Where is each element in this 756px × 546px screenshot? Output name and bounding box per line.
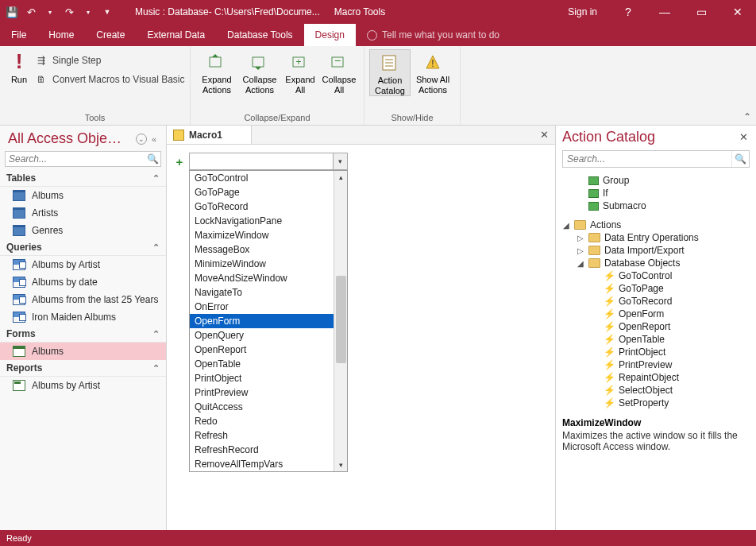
- redo-more-icon[interactable]: ▾: [81, 5, 95, 19]
- dropdown-item[interactable]: OnError: [190, 300, 334, 314]
- dropdown-item[interactable]: RefreshRecord: [190, 443, 334, 457]
- tree-database-objects[interactable]: ◢Database Objects: [562, 257, 750, 269]
- nav-item[interactable]: Albums: [0, 187, 166, 204]
- nav-collapse-icon[interactable]: «: [147, 134, 160, 144]
- dropdown-item[interactable]: GoToRecord: [190, 199, 334, 214]
- dropdown-item[interactable]: OpenReport: [190, 343, 334, 357]
- undo-icon[interactable]: ↶: [24, 5, 38, 19]
- tree-action-group[interactable]: ▷Data Entry Operations: [577, 231, 750, 244]
- nav-cat-queries[interactable]: Queries⌃: [0, 239, 166, 256]
- redo-icon[interactable]: ↷: [62, 5, 76, 19]
- tree-action[interactable]: ⚡PrintObject: [604, 346, 750, 358]
- dropdown-item[interactable]: GoToPage: [190, 185, 334, 199]
- expand-actions-button[interactable]: Expand Actions: [195, 49, 238, 95]
- doc-tab-macro1[interactable]: Macro1: [167, 126, 252, 144]
- action-combo-input[interactable]: [190, 153, 333, 169]
- search-icon[interactable]: 🔍: [145, 153, 160, 165]
- nav-item[interactable]: Albums by Artist: [0, 377, 166, 394]
- nav-item[interactable]: Iron Maiden Albums: [0, 308, 166, 326]
- expand-all-button[interactable]: +Expand All: [281, 49, 319, 95]
- dropdown-item[interactable]: QuitAccess: [190, 400, 334, 414]
- tab-external-data[interactable]: External Data: [136, 24, 216, 46]
- nav-cat-forms[interactable]: Forms⌃: [0, 326, 166, 343]
- dropdown-item[interactable]: PrintPreview: [190, 385, 334, 400]
- tree-actions[interactable]: ◢Actions: [562, 219, 750, 231]
- dropdown-item[interactable]: MessageBox: [190, 242, 334, 257]
- tab-design[interactable]: Design: [304, 24, 356, 46]
- dropdown-item[interactable]: PrintObject: [190, 371, 334, 385]
- tab-file[interactable]: File: [0, 24, 37, 46]
- dropdown-item[interactable]: LockNavigationPane: [190, 214, 334, 228]
- collapse-actions-button[interactable]: Collapse Actions: [238, 49, 281, 95]
- tree-action[interactable]: ⚡RepaintObject: [604, 371, 750, 384]
- close-button[interactable]: ✕: [719, 0, 756, 24]
- dropdown-item[interactable]: Refresh: [190, 428, 334, 443]
- show-all-actions-button[interactable]: !Show All Actions: [411, 49, 455, 95]
- tree-action-group[interactable]: ▷Data Import/Export: [577, 244, 750, 257]
- tree-action[interactable]: ⚡SetProperty: [604, 397, 750, 409]
- scroll-up-icon[interactable]: ▴: [334, 171, 347, 184]
- dropdown-item[interactable]: OpenQuery: [190, 328, 334, 343]
- scroll-down-icon[interactable]: ▾: [334, 459, 347, 471]
- nav-item[interactable]: Genres: [0, 222, 166, 239]
- qat-customize-icon[interactable]: ▼: [100, 5, 114, 19]
- sign-in-link[interactable]: Sign in: [555, 6, 610, 17]
- dropdown-item[interactable]: Redo: [190, 414, 334, 428]
- nav-title[interactable]: All Access Obje…: [8, 130, 133, 147]
- dropdown-scrollbar[interactable]: ▴ ▾: [334, 171, 347, 471]
- tell-me[interactable]: Tell me what you want to do: [356, 24, 499, 46]
- undo-more-icon[interactable]: ▾: [43, 5, 57, 19]
- catalog-close-icon[interactable]: ✕: [738, 131, 750, 143]
- dropdown-item[interactable]: OpenTable: [190, 357, 334, 371]
- add-icon[interactable]: +: [175, 155, 184, 168]
- nav-search-input[interactable]: [6, 152, 145, 166]
- tree-flow-node[interactable]: Submacro: [577, 199, 750, 212]
- tree-action[interactable]: ⚡OpenTable: [604, 333, 750, 346]
- dropdown-item[interactable]: OpenForm: [190, 314, 334, 328]
- tab-create[interactable]: Create: [85, 24, 136, 46]
- tab-database-tools[interactable]: Database Tools: [216, 24, 304, 46]
- nav-item[interactable]: Albums by Artist: [0, 256, 166, 273]
- nav-cat-reports[interactable]: Reports⌃: [0, 360, 166, 377]
- dropdown-item[interactable]: MinimizeWindow: [190, 257, 334, 271]
- collapse-ribbon-icon[interactable]: ⌃: [743, 111, 751, 122]
- tab-home[interactable]: Home: [37, 24, 85, 46]
- nav-item[interactable]: Albums by date: [0, 273, 166, 291]
- run-button[interactable]: ! Run: [5, 49, 33, 85]
- doc-tab-close-icon[interactable]: ✕: [534, 129, 555, 141]
- catalog-search[interactable]: 🔍: [562, 150, 750, 168]
- nav-item[interactable]: Albums from the last 25 Years: [0, 291, 166, 308]
- dropdown-item[interactable]: GoToControl: [190, 171, 334, 185]
- tree-action[interactable]: ⚡GoToPage: [604, 282, 750, 295]
- dropdown-icon[interactable]: ▾: [333, 153, 347, 169]
- nav-item[interactable]: Artists: [0, 204, 166, 222]
- tree-flow-node[interactable]: If: [577, 187, 750, 199]
- maximize-button[interactable]: ▭: [683, 0, 719, 24]
- search-icon[interactable]: 🔍: [731, 151, 749, 167]
- scroll-thumb[interactable]: [336, 276, 346, 363]
- tree-action[interactable]: ⚡SelectObject: [604, 384, 750, 397]
- nav-search[interactable]: 🔍: [5, 151, 161, 167]
- tree-action[interactable]: ⚡PrintPreview: [604, 358, 750, 371]
- tree-flow-node[interactable]: Group: [577, 174, 750, 187]
- save-icon[interactable]: 💾: [5, 5, 19, 19]
- catalog-search-input[interactable]: [563, 151, 731, 167]
- minimize-button[interactable]: —: [646, 0, 683, 24]
- convert-macros-button[interactable]: 🗎 Convert Macros to Visual Basic: [33, 72, 185, 87]
- tree-action[interactable]: ⚡OpenForm: [604, 308, 750, 320]
- dropdown-item[interactable]: NavigateTo: [190, 285, 334, 300]
- tree-action[interactable]: ⚡OpenReport: [604, 320, 750, 333]
- single-step-button[interactable]: ⇶ Single Step: [33, 52, 185, 68]
- collapse-all-button[interactable]: −Collapse All: [319, 49, 359, 95]
- action-combo[interactable]: ▾: [189, 153, 348, 170]
- dropdown-item[interactable]: RemoveAllTempVars: [190, 457, 334, 471]
- tree-action[interactable]: ⚡GoToRecord: [604, 295, 750, 308]
- tree-action[interactable]: ⚡GoToControl: [604, 269, 750, 282]
- dropdown-item[interactable]: MaximizeWindow: [190, 228, 334, 242]
- action-catalog-button[interactable]: Action Catalog: [369, 49, 411, 96]
- dropdown-item[interactable]: MoveAndSizeWindow: [190, 271, 334, 285]
- nav-filter-icon[interactable]: ⌄: [136, 134, 147, 145]
- nav-cat-tables[interactable]: Tables⌃: [0, 170, 166, 187]
- nav-item[interactable]: Albums: [0, 343, 166, 360]
- help-button[interactable]: ?: [610, 0, 646, 24]
